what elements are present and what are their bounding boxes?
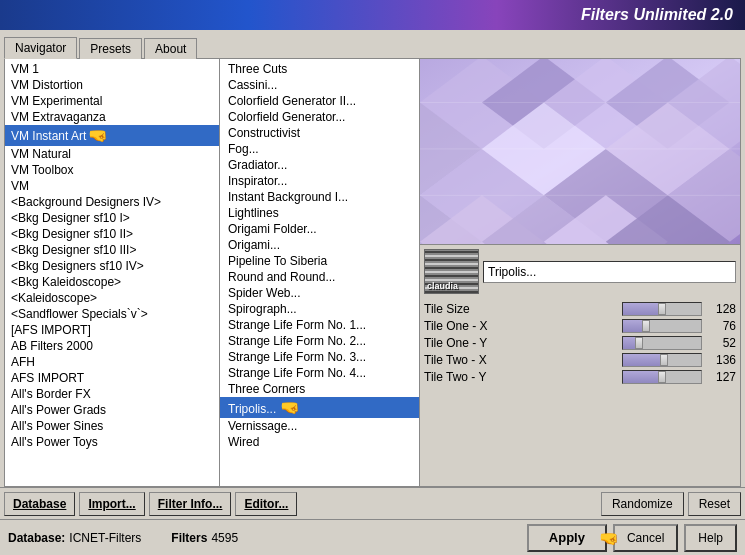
- list-item[interactable]: AFH: [5, 354, 219, 370]
- filter-item[interactable]: Three Corners: [220, 381, 419, 397]
- list-item[interactable]: All's Power Toys: [5, 434, 219, 450]
- filter-item[interactable]: Vernissage...: [220, 418, 419, 434]
- apply-arrow-icon: 🤜: [599, 528, 619, 547]
- filter-item-round-and-round[interactable]: Round and Round...: [220, 269, 419, 285]
- param-slider-tile-two-y[interactable]: [622, 370, 702, 384]
- slider-thumb[interactable]: [660, 354, 668, 366]
- database-value: ICNET-Filters: [69, 531, 141, 545]
- param-value-tile-size: 128: [706, 302, 736, 316]
- list-item[interactable]: VM Distortion: [5, 77, 219, 93]
- filter-item[interactable]: Wired: [220, 434, 419, 450]
- slider-thumb[interactable]: [635, 337, 643, 349]
- tab-presets[interactable]: Presets: [79, 38, 142, 59]
- param-slider-tile-two-x[interactable]: [622, 353, 702, 367]
- filter-item[interactable]: Origami...: [220, 237, 419, 253]
- list-item[interactable]: VM: [5, 178, 219, 194]
- filter-thumbnail: claudia: [424, 249, 479, 294]
- list-item[interactable]: <Bkg Designer sf10 III>: [5, 242, 219, 258]
- list-item[interactable]: All's Power Grads: [5, 402, 219, 418]
- param-value-tile-one-x: 76: [706, 319, 736, 333]
- filter-item[interactable]: Strange Life Form No. 1...: [220, 317, 419, 333]
- filter-item[interactable]: Strange Life Form No. 2...: [220, 333, 419, 349]
- list-item[interactable]: All's Power Sines: [5, 418, 219, 434]
- list-item[interactable]: <Background Designers IV>: [5, 194, 219, 210]
- filter-item[interactable]: Fog...: [220, 141, 419, 157]
- filter-item[interactable]: Spider Web...: [220, 285, 419, 301]
- list-item[interactable]: <Sandflower Specials`v`>: [5, 306, 219, 322]
- list-item[interactable]: All's Border FX: [5, 386, 219, 402]
- randomize-button[interactable]: Randomize: [601, 492, 684, 516]
- list-item[interactable]: <Bkg Kaleidoscope>: [5, 274, 219, 290]
- right-panel: claudia Tile Size 128 Tile One - X: [420, 59, 740, 486]
- slider-thumb[interactable]: [658, 371, 666, 383]
- list-item[interactable]: AB Filters 2000: [5, 338, 219, 354]
- param-value-tile-two-y: 127: [706, 370, 736, 384]
- filter-item-instant-background[interactable]: Instant Background I...: [220, 189, 419, 205]
- list-item[interactable]: VM Extravaganza: [5, 109, 219, 125]
- filter-item[interactable]: Three Cuts: [220, 61, 419, 77]
- list-item[interactable]: [AFS IMPORT]: [5, 322, 219, 338]
- filter-item[interactable]: Cassini...: [220, 77, 419, 93]
- cancel-button[interactable]: Cancel: [613, 524, 678, 552]
- list-item[interactable]: <Bkg Designer sf10 I>: [5, 210, 219, 226]
- apply-button[interactable]: Apply 🤜: [527, 524, 607, 552]
- list-item[interactable]: VM Toolbox: [5, 162, 219, 178]
- param-label-tile-two-x: Tile Two - X: [424, 353, 622, 367]
- left-list: VM 1 VM Distortion VM Experimental VM Ex…: [5, 59, 219, 452]
- left-list-container[interactable]: VM 1 VM Distortion VM Experimental VM Ex…: [5, 59, 219, 486]
- filters-status: Filters 4595: [171, 531, 238, 545]
- database-button[interactable]: Database: [4, 492, 75, 516]
- param-label-tile-two-y: Tile Two - Y: [424, 370, 622, 384]
- apply-area: Apply 🤜 Cancel Help: [527, 524, 737, 552]
- param-row-tile-size: Tile Size 128: [424, 302, 736, 316]
- editor-button[interactable]: Editor...: [235, 492, 297, 516]
- filter-thumb-row: claudia: [420, 244, 740, 298]
- tab-bar: Navigator Presets About: [0, 30, 745, 58]
- filter-item-tripolis[interactable]: Tripolis... 🤜: [220, 397, 419, 418]
- param-row-tile-one-y: Tile One - Y 52: [424, 336, 736, 350]
- param-row-tile-two-y: Tile Two - Y 127: [424, 370, 736, 384]
- tab-navigator[interactable]: Navigator: [4, 37, 77, 59]
- slider-thumb[interactable]: [658, 303, 666, 315]
- filter-item[interactable]: Strange Life Form No. 4...: [220, 365, 419, 381]
- params-table: Tile Size 128 Tile One - X 76: [420, 298, 740, 391]
- bottom-toolbar: Database Import... Filter Info... Editor…: [0, 487, 745, 519]
- reset-button[interactable]: Reset: [688, 492, 741, 516]
- list-item[interactable]: VM 1: [5, 61, 219, 77]
- list-item[interactable]: VM Natural: [5, 146, 219, 162]
- list-item-vm-instant-art[interactable]: VM Instant Art 🤜: [5, 125, 219, 146]
- param-slider-tile-size[interactable]: [622, 302, 702, 316]
- database-status: Database: ICNET-Filters: [8, 531, 141, 545]
- content-area: VM 1 VM Distortion VM Experimental VM Ex…: [4, 58, 741, 487]
- filter-item[interactable]: Colorfield Generator II...: [220, 93, 419, 109]
- thumb-label: claudia: [427, 281, 458, 291]
- filter-item[interactable]: Colorfield Generator...: [220, 109, 419, 125]
- filter-info-button[interactable]: Filter Info...: [149, 492, 232, 516]
- filter-name-input[interactable]: [483, 261, 736, 283]
- list-item[interactable]: <Bkg Designers sf10 IV>: [5, 258, 219, 274]
- list-item[interactable]: AFS IMPORT: [5, 370, 219, 386]
- filter-item[interactable]: Gradiator...: [220, 157, 419, 173]
- filter-item[interactable]: Origami Folder...: [220, 221, 419, 237]
- list-item[interactable]: VM Experimental: [5, 93, 219, 109]
- param-label-tile-one-y: Tile One - Y: [424, 336, 622, 350]
- import-button[interactable]: Import...: [79, 492, 144, 516]
- main-container: Navigator Presets About VM 1 VM Distorti…: [0, 30, 745, 555]
- param-slider-tile-one-y[interactable]: [622, 336, 702, 350]
- title-bar: Filters Unlimited 2.0: [0, 0, 745, 30]
- filter-item[interactable]: Constructivist: [220, 125, 419, 141]
- filter-item[interactable]: Pipeline To Siberia: [220, 253, 419, 269]
- list-item[interactable]: <Kaleidoscope>: [5, 290, 219, 306]
- tab-about[interactable]: About: [144, 38, 197, 59]
- param-label-tile-size: Tile Size: [424, 302, 622, 316]
- slider-thumb[interactable]: [642, 320, 650, 332]
- filter-item[interactable]: Lightlines: [220, 205, 419, 221]
- preview-svg: [420, 59, 740, 244]
- filter-item[interactable]: Spirograph...: [220, 301, 419, 317]
- filter-item[interactable]: Inspirator...: [220, 173, 419, 189]
- filter-item[interactable]: Strange Life Form No. 3...: [220, 349, 419, 365]
- help-button[interactable]: Help: [684, 524, 737, 552]
- param-label-tile-one-x: Tile One - X: [424, 319, 622, 333]
- param-slider-tile-one-x[interactable]: [622, 319, 702, 333]
- list-item[interactable]: <Bkg Designer sf10 II>: [5, 226, 219, 242]
